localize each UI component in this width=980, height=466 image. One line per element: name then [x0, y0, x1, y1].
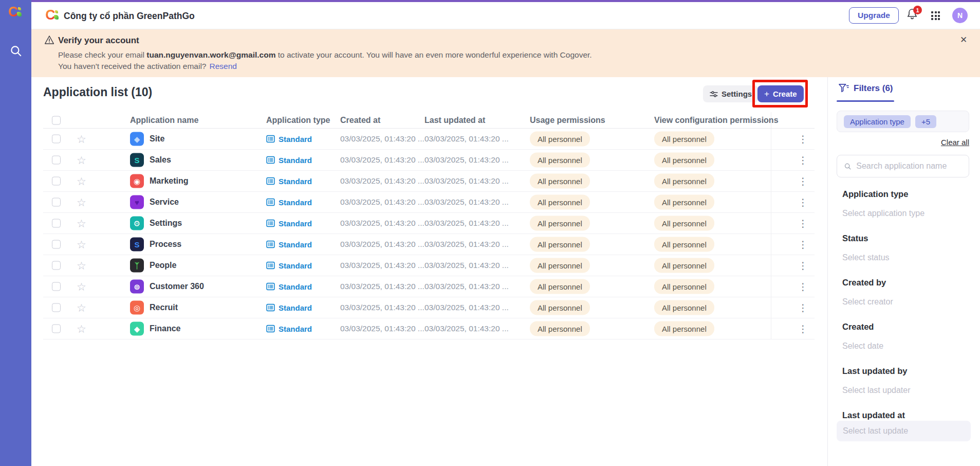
- table-row: ☆ ◎ Recruit Standard 03/03/2025, 01:43:2…: [43, 297, 815, 318]
- banner-close-icon[interactable]: ✕: [960, 34, 967, 45]
- filter-section: Status Select status: [842, 234, 969, 278]
- row-checkbox[interactable]: [52, 219, 61, 228]
- upgrade-button[interactable]: Upgrade: [849, 7, 899, 24]
- row-menu-button[interactable]: ⋮: [796, 239, 810, 250]
- col-view-config-permissions[interactable]: View configuration permissions: [654, 116, 779, 125]
- usage-permission-badge: All personnel: [530, 132, 590, 147]
- panel-divider: [827, 77, 828, 466]
- row-checkbox[interactable]: [52, 135, 61, 144]
- col-application-type[interactable]: Application type: [266, 116, 330, 125]
- filter-sections: Application type Select application type…: [842, 189, 969, 455]
- created-at-value: 03/03/2025, 01:43:20 ...: [340, 240, 424, 249]
- filter-section: Last updated at Select last update: [842, 410, 969, 455]
- row-checkbox[interactable]: [52, 325, 61, 333]
- row-menu-button[interactable]: ⋮: [796, 175, 810, 187]
- app-name-link[interactable]: People: [150, 261, 176, 270]
- favorite-star-icon[interactable]: ☆: [77, 176, 86, 187]
- col-created-at[interactable]: Created at: [340, 116, 380, 125]
- row-checkbox[interactable]: [52, 177, 61, 186]
- last-updated-at-value: 03/03/2025, 01:43:20 ...: [424, 219, 509, 228]
- row-checkbox[interactable]: [52, 303, 61, 312]
- row-menu-button[interactable]: ⋮: [796, 133, 810, 145]
- table-row: ☆ ⚙ Settings Standard 03/03/2025, 01:43:…: [43, 213, 815, 234]
- last-updated-at-value: 03/03/2025, 01:43:20 ...: [424, 282, 509, 291]
- row-checkbox[interactable]: [52, 240, 61, 249]
- filters-tab[interactable]: Filters (6): [839, 83, 893, 94]
- clear-all-link[interactable]: Clear all: [837, 138, 969, 147]
- app-name-link[interactable]: Finance: [150, 324, 180, 333]
- row-menu-button[interactable]: ⋮: [796, 154, 810, 166]
- favorite-star-icon[interactable]: ☆: [77, 260, 86, 271]
- row-menu-button[interactable]: ⋮: [796, 323, 810, 335]
- standard-type-icon: [266, 219, 275, 228]
- app-name-link[interactable]: Settings: [150, 219, 182, 228]
- last-updated-at-value: 03/03/2025, 01:43:20 ...: [424, 324, 509, 333]
- app-name-link[interactable]: Sales: [150, 155, 171, 165]
- standard-type-icon: [266, 261, 275, 270]
- usage-permission-badge: All personnel: [530, 258, 590, 273]
- created-at-value: 03/03/2025, 01:43:20 ...: [340, 324, 424, 333]
- row-checkbox[interactable]: [52, 261, 61, 270]
- row-menu-button[interactable]: ⋮: [796, 196, 810, 208]
- col-application-name[interactable]: Application name: [130, 116, 198, 125]
- filter-section-select[interactable]: Select creator: [842, 297, 893, 307]
- favorite-star-icon[interactable]: ☆: [77, 324, 86, 334]
- filter-section-select[interactable]: Select last update: [837, 421, 971, 441]
- app-grid-button[interactable]: [931, 11, 940, 21]
- app-name-link[interactable]: Marketing: [150, 176, 189, 186]
- app-icon: ♥: [130, 195, 144, 209]
- app-icon: ◎: [130, 301, 144, 315]
- resend-link[interactable]: Resend: [209, 62, 236, 70]
- row-checkbox[interactable]: [52, 198, 61, 207]
- favorite-star-icon[interactable]: ☆: [77, 281, 86, 292]
- last-updated-at-value: 03/03/2025, 01:43:20 ...: [424, 240, 509, 249]
- row-checkbox[interactable]: [52, 282, 61, 291]
- view-permission-badge: All personnel: [654, 279, 714, 294]
- user-avatar[interactable]: N: [952, 8, 968, 23]
- app-icon: ᛉ: [130, 259, 144, 273]
- row-menu-button[interactable]: ⋮: [796, 260, 810, 272]
- row-checkbox[interactable]: [52, 156, 61, 165]
- cogover-logo-icon[interactable]: C: [8, 5, 23, 20]
- app-type-cell: Standard: [266, 303, 312, 312]
- app-name-link[interactable]: Service: [150, 198, 179, 207]
- filter-chip-application-type[interactable]: Application type: [844, 115, 911, 128]
- favorite-star-icon[interactable]: ☆: [77, 134, 86, 145]
- row-menu-button[interactable]: ⋮: [796, 281, 810, 293]
- filter-search-input[interactable]: [856, 162, 962, 171]
- table-row: ☆ ♥ Service Standard 03/03/2025, 01:43:2…: [43, 192, 815, 213]
- verify-account-banner: Verify your account Please check your em…: [31, 29, 980, 77]
- filter-section-label: Last updated by: [842, 366, 908, 376]
- app-name-link[interactable]: Site: [150, 134, 164, 144]
- page-title: Application list (10): [43, 85, 152, 99]
- favorite-star-icon[interactable]: ☆: [77, 197, 86, 208]
- favorite-star-icon[interactable]: ☆: [77, 239, 86, 250]
- favorite-star-icon[interactable]: ☆: [77, 155, 86, 166]
- col-usage-permissions[interactable]: Usage permissions: [530, 116, 605, 125]
- last-updated-at-value: 03/03/2025, 01:43:20 ...: [424, 176, 509, 186]
- filter-section-select[interactable]: Select date: [842, 342, 883, 351]
- app-name-link[interactable]: Recruit: [150, 303, 178, 312]
- notifications-button[interactable]: 1: [906, 7, 921, 24]
- app-name-link[interactable]: Process: [150, 240, 181, 249]
- filter-chip-more[interactable]: +5: [915, 115, 936, 128]
- filter-section-select[interactable]: Select application type: [842, 209, 924, 218]
- app-icon: ◆: [130, 322, 144, 336]
- filter-section-select[interactable]: Select status: [842, 253, 890, 262]
- app-name-link[interactable]: Customer 360: [150, 282, 204, 291]
- row-menu-button[interactable]: ⋮: [796, 302, 810, 314]
- filter-section-select[interactable]: Select last updater: [842, 386, 911, 395]
- filter-search-box: [837, 155, 969, 177]
- view-permission-badge: All personnel: [654, 321, 714, 336]
- settings-button[interactable]: Settings: [703, 85, 759, 102]
- create-button[interactable]: + Create: [757, 85, 804, 102]
- select-all-checkbox[interactable]: [52, 116, 61, 124]
- favorite-star-icon[interactable]: ☆: [77, 302, 86, 313]
- col-last-updated-at[interactable]: Last updated at: [424, 116, 485, 125]
- row-menu-button[interactable]: ⋮: [796, 218, 810, 229]
- filter-section-label: Created: [842, 322, 874, 332]
- view-permission-badge: All personnel: [654, 237, 714, 252]
- table-row: ☆ ◆ Finance Standard 03/03/2025, 01:43:2…: [43, 318, 815, 339]
- favorite-star-icon[interactable]: ☆: [77, 218, 86, 229]
- sidebar-search-icon[interactable]: [9, 44, 23, 58]
